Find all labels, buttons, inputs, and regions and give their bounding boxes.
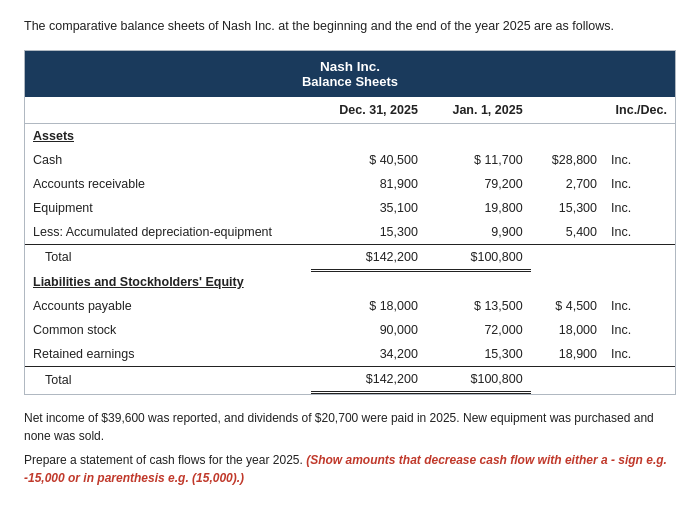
row-change: 2,700 (531, 172, 605, 196)
liabilities-total-label: Total (25, 367, 311, 393)
intro-text: The comparative balance sheets of Nash I… (24, 18, 676, 36)
row-jan1: 79,200 (426, 172, 531, 196)
row-change: 18,900 (531, 342, 605, 367)
liabilities-label: Liabilities and Stockholders' Equity (25, 270, 311, 294)
liabilities-section-header: Liabilities and Stockholders' Equity (25, 270, 675, 294)
footer-line1: Net income of $39,600 was reported, and … (24, 409, 676, 445)
row-direction: Inc. (605, 172, 675, 196)
row-dec31: 15,300 (311, 220, 426, 245)
row-direction: Inc. (605, 294, 675, 318)
row-change: $ 4,500 (531, 294, 605, 318)
assets-total-jan1: $100,800 (426, 244, 531, 270)
sheet-title: Balance Sheets (29, 74, 671, 89)
table-row: Common stock 90,000 72,000 18,000 Inc. (25, 318, 675, 342)
table-row: Accounts payable $ 18,000 $ 13,500 $ 4,5… (25, 294, 675, 318)
assets-total-label: Total (25, 244, 311, 270)
row-change: 5,400 (531, 220, 605, 245)
col-jan1-header: Jan. 1, 2025 (426, 97, 531, 124)
row-label: Cash (25, 148, 311, 172)
company-name: Nash Inc. (29, 59, 671, 74)
balance-sheet-table: Nash Inc. Balance Sheets Dec. 31, 2025 J… (24, 50, 676, 396)
footer-section: Net income of $39,600 was reported, and … (24, 409, 676, 487)
row-jan1: 15,300 (426, 342, 531, 367)
col-dec31-header: Dec. 31, 2025 (311, 97, 426, 124)
row-jan1: 72,000 (426, 318, 531, 342)
row-label: Equipment (25, 196, 311, 220)
row-change: 15,300 (531, 196, 605, 220)
row-change: $28,800 (531, 148, 605, 172)
col-label-header (25, 97, 311, 124)
row-change: 18,000 (531, 318, 605, 342)
row-dec31: 90,000 (311, 318, 426, 342)
row-dec31: $ 18,000 (311, 294, 426, 318)
row-label: Common stock (25, 318, 311, 342)
table-header: Nash Inc. Balance Sheets (25, 51, 675, 97)
footer-line2: Prepare a statement of cash flows for th… (24, 451, 676, 487)
row-direction: Inc. (605, 148, 675, 172)
assets-section-header: Assets (25, 123, 675, 148)
liabilities-total-row: Total $142,200 $100,800 (25, 367, 675, 393)
footer-line2-normal: Prepare a statement of cash flows for th… (24, 453, 303, 467)
row-direction: Inc. (605, 196, 675, 220)
assets-label: Assets (25, 123, 311, 148)
table-row: Retained earnings 34,200 15,300 18,900 I… (25, 342, 675, 367)
row-jan1: $ 13,500 (426, 294, 531, 318)
balance-sheet-data-table: Dec. 31, 2025 Jan. 1, 2025 Inc./Dec. Ass… (25, 97, 675, 395)
table-row: Equipment 35,100 19,800 15,300 Inc. (25, 196, 675, 220)
row-direction: Inc. (605, 318, 675, 342)
row-dec31: 81,900 (311, 172, 426, 196)
table-row: Accounts receivable 81,900 79,200 2,700 … (25, 172, 675, 196)
row-label: Retained earnings (25, 342, 311, 367)
assets-total-dec31: $142,200 (311, 244, 426, 270)
table-row: Less: Accumulated depreciation-equipment… (25, 220, 675, 245)
row-dec31: 35,100 (311, 196, 426, 220)
row-dec31: 34,200 (311, 342, 426, 367)
row-label: Accounts receivable (25, 172, 311, 196)
row-dec31: $ 40,500 (311, 148, 426, 172)
row-direction: Inc. (605, 342, 675, 367)
row-jan1: 19,800 (426, 196, 531, 220)
row-jan1: $ 11,700 (426, 148, 531, 172)
row-direction: Inc. (605, 220, 675, 245)
row-label: Accounts payable (25, 294, 311, 318)
assets-total-row: Total $142,200 $100,800 (25, 244, 675, 270)
liabilities-total-jan1: $100,800 (426, 367, 531, 393)
table-row: Cash $ 40,500 $ 11,700 $28,800 Inc. (25, 148, 675, 172)
row-jan1: 9,900 (426, 220, 531, 245)
row-label: Less: Accumulated depreciation-equipment (25, 220, 311, 245)
liabilities-total-dec31: $142,200 (311, 367, 426, 393)
col-incdec-header: Inc./Dec. (531, 97, 675, 124)
